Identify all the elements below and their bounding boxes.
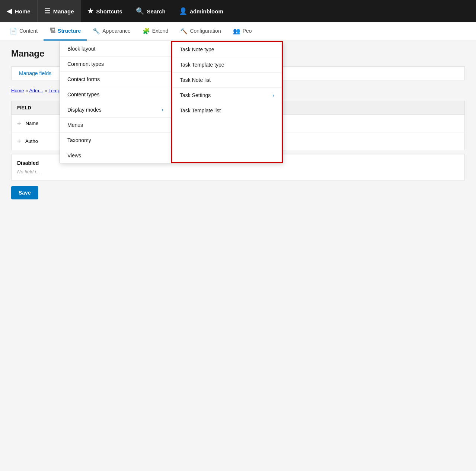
shortcuts-label: Shortcuts	[96, 8, 122, 15]
user-icon: 👤	[179, 7, 187, 15]
breadcrumb-admin[interactable]: Adm...	[29, 88, 43, 93]
appearance-icon: 🔧	[93, 28, 100, 35]
admin-bar: ◀ Home ☰ Manage ★ Shortcuts 🔍 Search 👤 a…	[0, 0, 476, 22]
home-label: Home	[15, 8, 31, 15]
menu-icon: ☰	[44, 7, 50, 15]
config-icon: 🔨	[180, 28, 188, 35]
nav-appearance-label: Appearance	[102, 28, 131, 34]
chevron-right-icon: ›	[162, 107, 163, 113]
secondary-nav: 📄 Content 🏗 Structure 🔧 Appearance 🧩 Ext…	[0, 22, 476, 41]
back-icon: ◀	[7, 7, 12, 15]
breadcrumb-sep-1: »	[25, 88, 29, 93]
manage-button[interactable]: ☰ Manage	[38, 0, 81, 22]
save-button[interactable]: Save	[11, 186, 38, 199]
breadcrumb-sep-2: »	[45, 88, 49, 93]
nav-structure[interactable]: 🏗 Structure	[44, 22, 87, 41]
nav-content[interactable]: 📄 Content	[4, 22, 44, 41]
custom-dropdown: Task Note type Task Template type Task N…	[171, 41, 283, 163]
menu-views[interactable]: Views	[60, 148, 171, 163]
search-label: Search	[147, 8, 166, 15]
content-icon: 📄	[10, 28, 17, 35]
menu-taxonomy-label: Taxonomy	[67, 137, 91, 143]
nav-structure-label: Structure	[58, 28, 81, 34]
menu-task-template-type-label: Task Template type	[180, 62, 224, 68]
menu-contact-forms[interactable]: Contact forms	[60, 72, 171, 87]
nav-config-label: Configuration	[190, 28, 221, 34]
menu-menus-label: Menus	[67, 122, 83, 128]
nav-configuration[interactable]: 🔨 Configuration	[174, 22, 227, 41]
nav-people-label: Peo	[243, 28, 252, 34]
people-icon: 👥	[233, 28, 240, 35]
structure-icon: 🏗	[49, 28, 55, 34]
menu-block-layout[interactable]: Block layout	[60, 41, 171, 57]
nav-content-label: Content	[19, 28, 38, 34]
menu-task-template-list-label: Task Template list	[180, 108, 221, 113]
manage-label: Manage	[53, 8, 74, 15]
tab-manage-fields-label: Manage fields	[19, 70, 51, 76]
drag-handle-name[interactable]: ✛	[17, 121, 21, 126]
menu-task-note-list[interactable]: Task Note list	[172, 73, 282, 88]
menu-block-layout-label: Block layout	[67, 46, 95, 52]
menu-task-template-list[interactable]: Task Template list	[172, 103, 282, 118]
nav-appearance[interactable]: 🔧 Appearance	[87, 22, 137, 41]
shortcuts-button[interactable]: ★ Shortcuts	[81, 0, 129, 22]
menu-task-note-list-label: Task Note list	[180, 77, 211, 83]
nav-people[interactable]: 👥 Peo	[227, 22, 258, 41]
menu-menus[interactable]: Menus	[60, 118, 171, 133]
extend-icon: 🧩	[143, 28, 150, 35]
menu-display-modes[interactable]: Display modes ›	[60, 102, 171, 118]
user-label: adminbloom	[190, 8, 223, 15]
drag-handle-author[interactable]: ✛	[17, 138, 21, 144]
nav-extend[interactable]: 🧩 Extend	[137, 22, 175, 41]
nav-extend-label: Extend	[152, 28, 169, 34]
field-name-label: Name	[26, 121, 39, 126]
menu-display-modes-label: Display modes	[67, 107, 102, 113]
breadcrumb-home[interactable]: Home	[11, 88, 24, 93]
structure-dropdown: Block layout Comment types Contact forms…	[60, 41, 171, 163]
menu-views-label: Views	[67, 153, 81, 158]
menu-task-note-type-label: Task Note type	[180, 47, 214, 52]
menu-comment-types-label: Comment types	[67, 61, 104, 67]
field-author-label: Autho	[25, 138, 38, 144]
search-icon: 🔍	[136, 7, 144, 15]
dropdown-container: Block layout Comment types Contact forms…	[60, 41, 283, 163]
no-field-note: No field i...	[17, 169, 459, 174]
menu-comment-types[interactable]: Comment types	[60, 57, 171, 72]
menu-task-settings-label: Task Settings	[180, 92, 211, 98]
menu-task-template-type[interactable]: Task Template type	[172, 57, 282, 73]
menu-task-settings[interactable]: Task Settings ›	[172, 88, 282, 103]
home-button[interactable]: ◀ Home	[0, 0, 38, 22]
menu-contact-forms-label: Contact forms	[67, 76, 100, 82]
menu-content-types[interactable]: Content types	[60, 87, 171, 102]
user-button[interactable]: 👤 adminbloom	[172, 0, 230, 22]
tab-manage-fields[interactable]: Manage fields	[12, 67, 59, 80]
star-icon: ★	[87, 7, 93, 15]
chevron-right-icon-2: ›	[272, 92, 274, 98]
search-button[interactable]: 🔍 Search	[129, 0, 172, 22]
menu-content-types-label: Content types	[67, 92, 99, 97]
menu-taxonomy[interactable]: Taxonomy	[60, 133, 171, 148]
menu-task-note-type[interactable]: Task Note type	[172, 42, 282, 57]
